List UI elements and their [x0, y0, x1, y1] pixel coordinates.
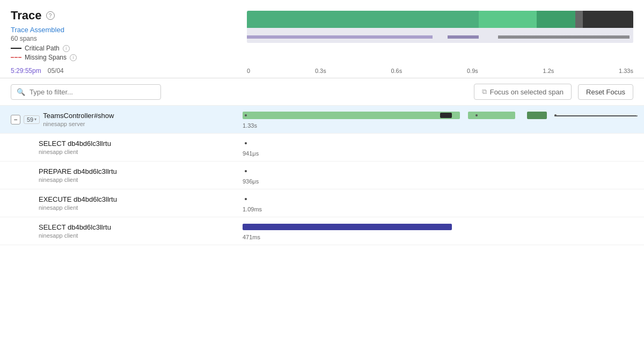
- chevron-down-icon: ▾: [34, 117, 36, 122]
- span-left-execute: EXECUTE db4bd6lc3llrtu ninesapp client: [0, 189, 236, 217]
- span-left-select2: SELECT db4bd6lc3llrtu ninesapp client: [0, 217, 236, 245]
- reset-focus-button[interactable]: Reset Focus: [578, 84, 633, 100]
- span-service-select1: ninesapp client: [39, 149, 111, 155]
- span-bar-container-teams: [243, 110, 638, 121]
- span-bar-dashed: [554, 115, 638, 116]
- span-bar-container-execute: [243, 194, 638, 204]
- span-duration-prepare: 936μs: [243, 178, 638, 185]
- span-left-prepare: PREPARE db4bd6lc3llrtu ninesapp client: [0, 161, 236, 189]
- filter-icon: ⧉: [482, 87, 487, 96]
- span-timeline-teams: 1.33s: [236, 106, 644, 133]
- span-bar-green3: [527, 112, 547, 119]
- minimap-bar-2: [448, 35, 479, 39]
- axis-date: 05/04: [48, 67, 64, 75]
- axis-ticks: 0 0.3s 0.6s 0.9s 1.2s 1.33s: [247, 68, 633, 74]
- tick-133s: 1.33s: [619, 68, 633, 74]
- page-title: Trace: [11, 9, 42, 23]
- span-name-prepare: PREPARE db4bd6lc3llrtu: [39, 167, 117, 175]
- title-row: Trace ?: [11, 9, 247, 23]
- missing-spans-line: [11, 57, 21, 58]
- span-service-teams: ninesapp server: [43, 121, 114, 127]
- span-info-teams: TeamsController#show ninesapp server: [43, 112, 114, 127]
- span-row-prepare[interactable]: PREPARE db4bd6lc3llrtu ninesapp client 9…: [0, 161, 644, 189]
- span-timeline-select1: 941μs: [236, 134, 644, 161]
- trace-status: Trace Assembled: [11, 26, 247, 34]
- span-timeline-execute: 1.09ms: [236, 189, 644, 217]
- critical-path-info-icon[interactable]: i: [63, 45, 70, 52]
- span-bar-green2: [468, 112, 515, 119]
- critical-path-line: [11, 48, 21, 49]
- critical-path-label: Critical Path: [25, 45, 60, 52]
- span-info-execute: EXECUTE db4bd6lc3llrtu ninesapp client: [39, 195, 117, 211]
- span-name-execute: EXECUTE db4bd6lc3llrtu: [39, 195, 117, 203]
- tick-06s: 0.6s: [391, 68, 402, 74]
- header: Trace ? Trace Assembled 60 spans Critica…: [0, 0, 644, 63]
- span-dot-execute: [245, 198, 247, 200]
- span-bar-container-select2: [243, 222, 638, 232]
- axis-timestamp: 5:29:55pm: [11, 67, 41, 75]
- span-duration-teams: 1.33s: [243, 122, 638, 129]
- axis-left: 5:29:55pm 05/04: [11, 67, 247, 75]
- span-bar-container-prepare: [243, 166, 638, 177]
- toolbar: 🔍 ⧉ Focus on selected span Reset Focus: [0, 78, 644, 106]
- span-info-select1: SELECT db4bd6lc3llrtu ninesapp client: [39, 139, 111, 155]
- span-left-teams: − 59 ▾ TeamsController#show ninesapp ser…: [0, 106, 236, 133]
- span-row-teams-controller[interactable]: − 59 ▾ TeamsController#show ninesapp ser…: [0, 106, 644, 134]
- missing-spans-label: Missing Spans: [25, 54, 67, 61]
- span-row-select-2[interactable]: SELECT db4bd6lc3llrtu ninesapp client 47…: [0, 217, 644, 245]
- span-name-select1: SELECT db4bd6lc3llrtu: [39, 139, 111, 148]
- span-service-execute: ninesapp client: [39, 204, 117, 211]
- span-count-value: 59: [27, 116, 33, 123]
- spans-count: 60 spans: [11, 35, 247, 42]
- span-service-select2: ninesapp client: [39, 232, 111, 239]
- search-input[interactable]: [30, 88, 155, 96]
- span-service-prepare: ninesapp client: [39, 177, 117, 183]
- trace-minimap[interactable]: [247, 11, 633, 43]
- span-duration-select2: 471ms: [243, 234, 638, 240]
- tick-0: 0: [247, 68, 250, 74]
- span-duration-execute: 1.09ms: [243, 206, 638, 212]
- tick-09s: 0.9s: [467, 68, 478, 74]
- span-row-execute[interactable]: EXECUTE db4bd6lc3llrtu ninesapp client 1…: [0, 189, 644, 217]
- minimap-green-bar: [247, 11, 633, 28]
- span-name-teams: TeamsController#show: [43, 112, 114, 120]
- search-icon: 🔍: [17, 88, 25, 96]
- span-bar-green: [243, 112, 460, 119]
- span-name-select2: SELECT db4bd6lc3llrtu: [39, 223, 111, 231]
- span-timeline-select2: 471ms: [236, 217, 644, 245]
- span-dot-select1: [245, 142, 247, 144]
- critical-path-legend: Critical Path i: [11, 45, 247, 52]
- span-info-select2: SELECT db4bd6lc3llrtu ninesapp client: [39, 223, 111, 239]
- missing-spans-legend: Missing Spans i: [11, 54, 247, 61]
- span-info-prepare: PREPARE db4bd6lc3llrtu ninesapp client: [39, 167, 117, 183]
- span-dot-prepare: [245, 170, 247, 172]
- span-bar-container-select1: [243, 138, 638, 149]
- minimap-bar-1: [247, 35, 433, 39]
- spans-list: − 59 ▾ TeamsController#show ninesapp ser…: [0, 106, 644, 331]
- tick-12s: 1.2s: [543, 68, 554, 74]
- focus-button-label: Focus on selected span: [490, 88, 564, 96]
- timeline-axis: 5:29:55pm 05/04 0 0.3s 0.6s 0.9s 1.2s 1.…: [0, 67, 644, 78]
- header-left: Trace ? Trace Assembled 60 spans Critica…: [11, 9, 247, 63]
- collapse-button[interactable]: −: [11, 115, 20, 124]
- tick-03s: 0.3s: [315, 68, 326, 74]
- span-row-select-1[interactable]: SELECT db4bd6lc3llrtu ninesapp client 94…: [0, 134, 644, 161]
- span-bar-select2: [243, 224, 452, 230]
- span-bar-dark1: [440, 113, 452, 118]
- minimap-purple-area: [247, 28, 633, 43]
- minimap-bar-3: [498, 35, 630, 39]
- span-timeline-prepare: 936μs: [236, 161, 644, 189]
- title-help-icon[interactable]: ?: [46, 11, 55, 20]
- span-dot1: [245, 114, 247, 116]
- span-count-badge[interactable]: 59 ▾: [24, 115, 40, 124]
- span-duration-select1: 941μs: [243, 150, 638, 157]
- search-box[interactable]: 🔍: [11, 84, 161, 100]
- missing-spans-info-icon[interactable]: i: [70, 54, 77, 61]
- focus-button[interactable]: ⧉ Focus on selected span: [474, 84, 572, 100]
- span-left-select1: SELECT db4bd6lc3llrtu ninesapp client: [0, 134, 236, 161]
